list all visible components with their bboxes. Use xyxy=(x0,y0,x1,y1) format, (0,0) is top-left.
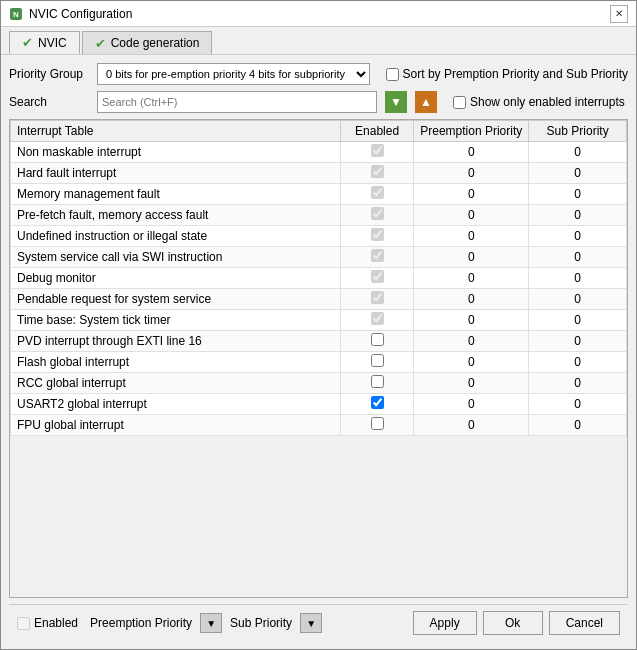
interrupt-enabled-cell xyxy=(340,331,413,352)
content-area: Priority Group 0 bits for pre-emption pr… xyxy=(1,55,636,649)
table-row: Pre-fetch fault, memory access fault00 xyxy=(11,205,627,226)
interrupt-name: Non maskable interrupt xyxy=(11,142,341,163)
interrupt-name: Hard fault interrupt xyxy=(11,163,341,184)
interrupt-enabled-cell xyxy=(340,415,413,436)
table-row: Time base: System tick timer00 xyxy=(11,310,627,331)
interrupt-enabled-checkbox[interactable] xyxy=(371,312,384,325)
interrupt-enabled-cell xyxy=(340,142,413,163)
show-enabled-checkbox[interactable] xyxy=(453,96,466,109)
interrupt-preemption: 0 xyxy=(414,163,529,184)
interrupt-name: Undefined instruction or illegal state xyxy=(11,226,341,247)
interrupt-table: Interrupt Table Enabled Preemption Prior… xyxy=(10,120,627,436)
table-scroll[interactable]: Interrupt Table Enabled Preemption Prior… xyxy=(10,120,627,597)
interrupt-sub: 0 xyxy=(529,331,627,352)
interrupt-sub: 0 xyxy=(529,352,627,373)
priority-group-row: Priority Group 0 bits for pre-emption pr… xyxy=(9,63,628,85)
interrupt-sub: 0 xyxy=(529,163,627,184)
interrupt-sub: 0 xyxy=(529,310,627,331)
title-bar-left: N NVIC Configuration xyxy=(9,7,132,21)
cancel-button[interactable]: Cancel xyxy=(549,611,620,635)
interrupt-preemption: 0 xyxy=(414,289,529,310)
interrupt-enabled-checkbox[interactable] xyxy=(371,207,384,220)
col-header-preemption: Preemption Priority xyxy=(414,121,529,142)
nav-up-button[interactable]: ▲ xyxy=(415,91,437,113)
interrupt-sub: 0 xyxy=(529,247,627,268)
interrupt-name: FPU global interrupt xyxy=(11,415,341,436)
search-row: Search ▼ ▲ Show only enabled interrupts xyxy=(9,91,628,113)
table-row: Non maskable interrupt00 xyxy=(11,142,627,163)
nvic-title-icon: N xyxy=(9,7,23,21)
code-check-icon: ✔ xyxy=(95,36,106,51)
apply-button[interactable]: Apply xyxy=(413,611,477,635)
table-row: Undefined instruction or illegal state00 xyxy=(11,226,627,247)
interrupt-enabled-checkbox[interactable] xyxy=(371,228,384,241)
ok-button[interactable]: Ok xyxy=(483,611,543,635)
footer-enabled-group: Enabled xyxy=(17,616,78,630)
sort-checkbox[interactable] xyxy=(386,68,399,81)
footer-sub-btn[interactable]: ▼ xyxy=(300,613,322,633)
title-text: NVIC Configuration xyxy=(29,7,132,21)
interrupt-preemption: 0 xyxy=(414,226,529,247)
nvic-config-window: N NVIC Configuration ✕ ✔ NVIC ✔ Code gen… xyxy=(0,0,637,650)
interrupt-enabled-checkbox[interactable] xyxy=(371,291,384,304)
interrupt-preemption: 0 xyxy=(414,352,529,373)
nav-down-button[interactable]: ▼ xyxy=(385,91,407,113)
interrupt-sub: 0 xyxy=(529,205,627,226)
footer-preemption-label: Preemption Priority xyxy=(90,616,192,630)
nvic-check-icon: ✔ xyxy=(22,35,33,50)
table-row: Flash global interrupt00 xyxy=(11,352,627,373)
interrupt-enabled-checkbox[interactable] xyxy=(371,396,384,409)
interrupt-name: USART2 global interrupt xyxy=(11,394,341,415)
interrupt-name: System service call via SWI instruction xyxy=(11,247,341,268)
tabs-row: ✔ NVIC ✔ Code generation xyxy=(1,27,636,55)
interrupt-enabled-checkbox[interactable] xyxy=(371,333,384,346)
search-input[interactable] xyxy=(97,91,377,113)
interrupt-name: Time base: System tick timer xyxy=(11,310,341,331)
interrupt-enabled-cell xyxy=(340,394,413,415)
interrupt-preemption: 0 xyxy=(414,394,529,415)
close-button[interactable]: ✕ xyxy=(610,5,628,23)
interrupt-enabled-checkbox[interactable] xyxy=(371,417,384,430)
interrupt-preemption: 0 xyxy=(414,247,529,268)
interrupt-enabled-checkbox[interactable] xyxy=(371,249,384,262)
priority-group-select[interactable]: 0 bits for pre-emption priority 4 bits f… xyxy=(97,63,370,85)
interrupt-enabled-checkbox[interactable] xyxy=(371,186,384,199)
svg-text:N: N xyxy=(13,10,19,19)
footer-enabled-checkbox[interactable] xyxy=(17,617,30,630)
table-row: System service call via SWI instruction0… xyxy=(11,247,627,268)
interrupt-enabled-cell xyxy=(340,184,413,205)
interrupt-preemption: 0 xyxy=(414,184,529,205)
interrupt-enabled-cell xyxy=(340,289,413,310)
footer-sub-label: Sub Priority xyxy=(230,616,292,630)
footer-preemption-btn[interactable]: ▼ xyxy=(200,613,222,633)
footer-enabled-label: Enabled xyxy=(34,616,78,630)
search-label: Search xyxy=(9,95,89,109)
footer-bar: Enabled Preemption Priority ▼ Sub Priori… xyxy=(9,604,628,641)
interrupt-sub: 0 xyxy=(529,268,627,289)
interrupt-enabled-checkbox[interactable] xyxy=(371,270,384,283)
table-row: RCC global interrupt00 xyxy=(11,373,627,394)
tab-code-generation[interactable]: ✔ Code generation xyxy=(82,31,213,54)
table-row: Pendable request for system service00 xyxy=(11,289,627,310)
interrupt-sub: 0 xyxy=(529,184,627,205)
interrupt-name: Flash global interrupt xyxy=(11,352,341,373)
interrupt-name: RCC global interrupt xyxy=(11,373,341,394)
interrupt-enabled-cell xyxy=(340,268,413,289)
table-row: Hard fault interrupt00 xyxy=(11,163,627,184)
interrupt-enabled-checkbox[interactable] xyxy=(371,354,384,367)
interrupt-enabled-checkbox[interactable] xyxy=(371,144,384,157)
interrupt-enabled-cell xyxy=(340,352,413,373)
interrupt-sub: 0 xyxy=(529,226,627,247)
tab-code-label: Code generation xyxy=(111,36,200,50)
interrupt-preemption: 0 xyxy=(414,331,529,352)
interrupt-preemption: 0 xyxy=(414,205,529,226)
show-enabled-label: Show only enabled interrupts xyxy=(470,95,625,109)
tab-nvic[interactable]: ✔ NVIC xyxy=(9,31,80,54)
interrupt-enabled-cell xyxy=(340,310,413,331)
interrupt-preemption: 0 xyxy=(414,415,529,436)
col-header-interrupt: Interrupt Table xyxy=(11,121,341,142)
interrupt-name: Debug monitor xyxy=(11,268,341,289)
interrupt-enabled-checkbox[interactable] xyxy=(371,375,384,388)
interrupt-enabled-cell xyxy=(340,205,413,226)
interrupt-enabled-checkbox[interactable] xyxy=(371,165,384,178)
